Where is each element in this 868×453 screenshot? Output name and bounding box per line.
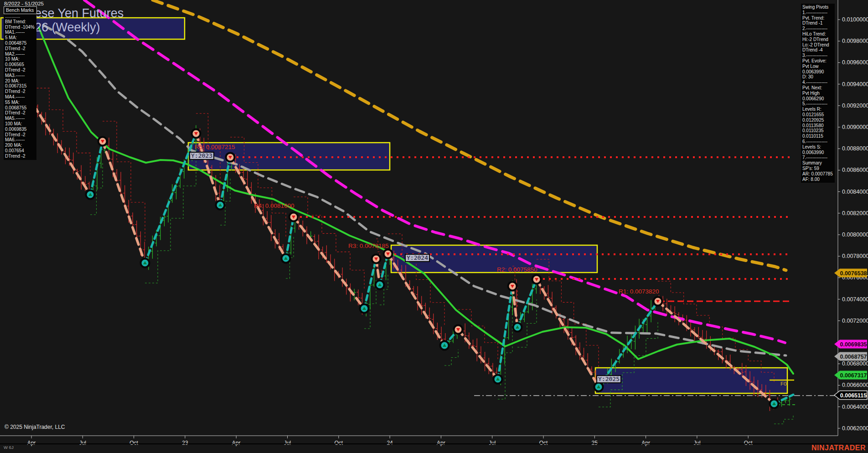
ninjatrader-logo: NINJATRADER [811, 444, 866, 452]
swing-pivot-line: 0.0110115 [802, 134, 833, 139]
price-badge-value: 0.0067317 [840, 372, 867, 379]
swing-pivot-line: Swing Pivots [802, 5, 833, 10]
swing-pivot-line: 3.-------------- [802, 53, 833, 58]
swing-pivot-line: 0.0120925 [802, 118, 833, 123]
benchmark-line: MA1.------ [5, 30, 35, 35]
price-badge-value: 0.0076538 [840, 270, 867, 277]
benchmark-line: 0.0069835 [5, 127, 35, 132]
chart-title-line2: 26 (Weekly) [35, 21, 124, 35]
swing-pivot-line: Pvt. Next: [802, 85, 833, 91]
swing-pivot-line: 2.-------------- [802, 26, 833, 31]
year-tag-label: Y:2025 [596, 375, 621, 383]
benchmark-line: MA6.------ [5, 137, 35, 143]
price-tick-label: 0.0078000 [842, 253, 868, 259]
benchmark-line: 10 MA: [5, 57, 35, 62]
benchmark-line: BM Trend: [5, 19, 35, 25]
resistance-level-label: R2: 0.0075850 [497, 266, 537, 273]
price-badge-value: 0.0068757 [840, 354, 867, 360]
resistance-level-label: R4: 0.0081600 [254, 202, 294, 209]
time-tick-label: Apr [641, 440, 650, 446]
swing-pivot-line: Hi:-2 DTrend [802, 37, 833, 42]
swing-down-segment [537, 279, 599, 387]
swing-pivot-line: HiLo Trend: [802, 31, 833, 37]
benchmark-line: 100 MA: [5, 121, 35, 127]
swing-pivot-line: 0.0110235 [802, 128, 833, 134]
benchmark-line: 200 MA: [5, 143, 35, 148]
time-tick-label: Jul [489, 440, 496, 446]
price-tick-label: 0.0072000 [842, 318, 868, 324]
swing-pivot-line: AR: 0.0007785 [802, 171, 833, 177]
time-tick-label: 24 [387, 440, 393, 446]
time-tick-label: Jul [284, 440, 291, 446]
copyright-text: © 2025 NinjaTrader, LLC [5, 424, 65, 430]
swing-up-segment [90, 141, 103, 195]
swing-pivot-line: Levels S: [802, 144, 833, 150]
benchmark-line: 0.007654 [5, 148, 35, 154]
swing-pivot-line: 0.0063990 [802, 69, 833, 75]
swing-pivot-line: 0.0113580 [802, 123, 833, 129]
price-tick-label: 0.0088000 [842, 145, 868, 152]
price-tick-label: 0.0094000 [842, 81, 868, 88]
time-tick-label: 25 [592, 440, 598, 446]
swing-pivot-line: Pvt. Evolve: [802, 58, 833, 64]
swing-pivot-line: D: 30 [802, 74, 833, 80]
price-tick-label: 0.0096000 [842, 59, 868, 66]
swing-pivot-line: Pvt Low [802, 64, 833, 69]
price-tick-label: 0.0080000 [842, 232, 868, 238]
benchmark-line: MA4.------ [5, 94, 35, 100]
chart-title-line1: ese Yen Futures [35, 6, 124, 21]
price-tick-label: 0.0100000 [842, 16, 868, 23]
stop-line-long [498, 306, 512, 399]
benchmark-line: DTrend -104% [5, 25, 35, 30]
chart-title: ese Yen Futures 26 (Weekly) [35, 6, 124, 35]
year-tag-label: Y:2023 [189, 152, 214, 160]
time-tick-label: Oct [334, 440, 343, 446]
time-tick-label: Apr [27, 440, 36, 446]
stop-line-long [774, 415, 793, 424]
time-tick-label: Jul [79, 440, 86, 446]
swing-pivot-line: 0.0063990 [802, 150, 833, 155]
benchmark-line: 5 MA: [5, 35, 35, 41]
price-tick-label: 0.0086000 [842, 167, 868, 173]
swing-pivot-line: 5.-------------- [802, 101, 833, 107]
swing-pivot-line: DTrend -1 [802, 21, 833, 26]
swing-pivot-line: Pvt High [802, 91, 833, 96]
swing-pivot-line: 1.-------------- [802, 10, 833, 15]
stop-line-long [444, 350, 458, 365]
fib-f0-label: F0 [780, 381, 786, 386]
swing-pivot-line: Lo:-2 DTrend [802, 42, 833, 48]
price-badge-value: 0.0065115 [840, 392, 867, 399]
price-tick-label: 0.0098000 [842, 38, 868, 44]
price-tick-label: 0.0068000 [842, 360, 868, 367]
swing-pivot-line: AF: 8.00 [802, 177, 833, 182]
benchmark-line: 0.0067315 [5, 83, 35, 89]
instrument-tag: W 6J [4, 445, 14, 450]
price-tick-label: 0.0084000 [842, 189, 868, 195]
benchmark-line: DTrend -2 [5, 67, 35, 73]
200ma-line [153, 0, 786, 270]
swing-up-segment [517, 279, 537, 327]
resistance-level-label: R3: 0.0078185 [348, 242, 389, 249]
chart-canvas[interactable]: 0.01000000.00980000.00960000.00940000.00… [0, 0, 868, 453]
55ma-line [43, 25, 786, 355]
benchmark-line: DTrend -2 [5, 89, 35, 94]
swing-down-segment [294, 217, 364, 309]
swing-pivot-line: Summary [802, 160, 833, 166]
price-tick-label: 0.0074000 [842, 296, 868, 303]
benchmark-line: DTrend -2 [5, 46, 35, 51]
swing-up-segment [145, 134, 196, 263]
stop-line-long [145, 154, 196, 283]
resistance-level-label: R1: 0.0073820 [619, 288, 659, 295]
benchmark-line: DTrend -2 [5, 154, 35, 159]
visible-date-range: 8/2022 - 51/2025 [4, 1, 44, 6]
ninjatrader-chart-window: 0.01000000.00980000.00960000.00940000.00… [0, 0, 868, 453]
price-tick-label: 0.0090000 [842, 124, 868, 130]
price-tick-label: 0.0062000 [842, 425, 868, 432]
benchmark-line: MA2.------ [5, 51, 35, 57]
100ma-line [84, 0, 785, 343]
time-tick-label: Apr [232, 440, 241, 446]
swing-pivot-line: Levels R: [802, 107, 833, 112]
time-tick-label: Oct [129, 440, 138, 446]
benchmark-line: 0.006565 [5, 62, 35, 67]
time-tick-label: Jul [693, 440, 700, 446]
